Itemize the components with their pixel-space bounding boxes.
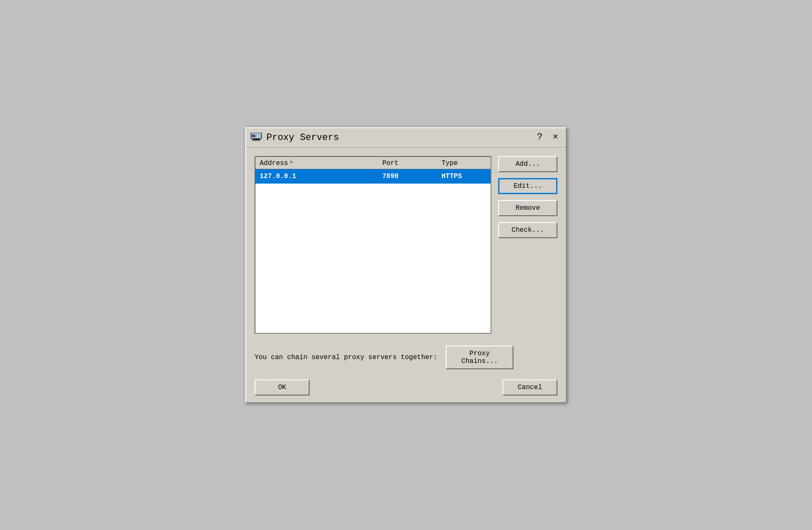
server-icon bbox=[250, 133, 262, 142]
cell-type: HTTPS bbox=[437, 169, 491, 184]
cell-address: 127.0.0.1 bbox=[255, 169, 378, 184]
remove-button[interactable]: Remove bbox=[498, 200, 557, 216]
sort-arrow-address: ^ bbox=[290, 161, 293, 166]
chain-text: You can chain several proxy servers toge… bbox=[255, 354, 437, 361]
footer-chain: You can chain several proxy servers toge… bbox=[246, 341, 566, 375]
dialog-footer: OK Cancel bbox=[246, 375, 566, 402]
table-header: Address ^ Port Type bbox=[255, 157, 491, 169]
close-button[interactable]: × bbox=[551, 133, 560, 142]
proxy-table: Address ^ Port Type 127.0.0.1 7890 HTTPS bbox=[255, 156, 491, 334]
check-button[interactable]: Check... bbox=[498, 222, 557, 238]
edit-button[interactable]: Edit... bbox=[498, 178, 557, 194]
header-address[interactable]: Address ^ bbox=[255, 159, 378, 167]
header-port[interactable]: Port bbox=[378, 159, 437, 167]
dialog-title: Proxy Servers bbox=[266, 132, 339, 143]
proxy-servers-dialog: Proxy Servers ? × Address ^ Port bbox=[245, 127, 567, 403]
title-bar-right: ? × bbox=[535, 133, 560, 142]
svg-rect-2 bbox=[253, 139, 260, 140]
title-bar: Proxy Servers ? × bbox=[246, 128, 566, 148]
dialog-body: Address ^ Port Type 127.0.0.1 7890 HTTPS bbox=[246, 148, 566, 341]
proxy-chains-button[interactable]: Proxy Chains... bbox=[446, 346, 513, 369]
ok-button[interactable]: OK bbox=[255, 379, 310, 395]
add-button[interactable]: Add... bbox=[498, 156, 557, 172]
table-row[interactable]: 127.0.0.1 7890 HTTPS bbox=[255, 169, 491, 184]
cancel-button[interactable]: Cancel bbox=[502, 379, 557, 395]
header-type[interactable]: Type bbox=[437, 159, 491, 167]
title-bar-left: Proxy Servers bbox=[250, 132, 339, 143]
svg-rect-3 bbox=[252, 140, 261, 141]
cell-port: 7890 bbox=[378, 169, 437, 184]
table-section: Address ^ Port Type 127.0.0.1 7890 HTTPS bbox=[255, 156, 491, 334]
help-button[interactable]: ? bbox=[535, 133, 544, 142]
buttons-section: Add... Edit... Remove Check... bbox=[498, 156, 557, 334]
